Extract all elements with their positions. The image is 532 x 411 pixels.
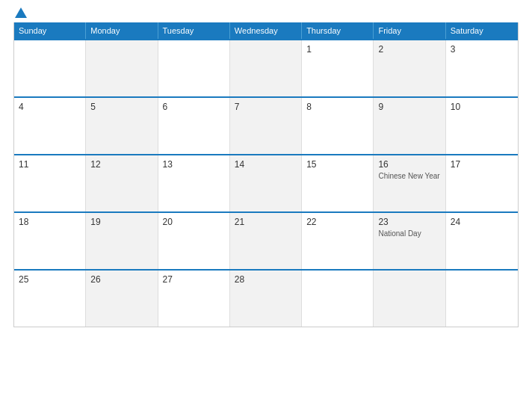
day-cell: 4 [14,98,86,154]
day-cell: 15 [302,155,374,211]
week-row-4: 181920212223National Day24 [14,211,518,269]
day-number: 3 [451,44,513,55]
day-cell: 5 [86,98,158,154]
day-number: 13 [163,159,225,170]
day-cell: 6 [158,98,230,154]
day-number: 15 [306,159,368,170]
day-number: 22 [306,217,368,227]
day-cell: 3 [446,40,518,96]
day-header-friday: Friday [374,22,445,39]
day-number: 7 [235,102,297,112]
day-cell: 28 [230,271,302,327]
day-header-tuesday: Tuesday [158,22,230,39]
day-cell: 27 [158,271,230,327]
week-row-1: 123 [14,39,518,96]
logo-triangle-icon [15,7,27,18]
day-cell [158,40,230,96]
day-cell: 25 [14,271,86,327]
calendar-body: 12345678910111213141516Chinese New Year1… [14,39,518,327]
header [0,0,532,22]
week-row-3: 111213141516Chinese New Year17 [14,154,518,211]
day-number: 9 [378,102,440,112]
day-number: 24 [451,217,513,227]
day-cell: 12 [86,155,158,211]
day-cell: 14 [230,155,302,211]
day-cell: 9 [374,98,445,154]
day-header-sunday: Sunday [14,22,86,39]
day-cell: 11 [14,155,86,211]
day-header-wednesday: Wednesday [230,22,302,39]
day-number: 2 [378,44,440,55]
day-number: 10 [451,102,513,112]
day-cell: 24 [446,213,518,269]
day-number: 26 [90,274,152,285]
day-header-saturday: Saturday [446,22,518,39]
day-cell [230,40,302,96]
logo [13,7,28,18]
day-cell: 7 [230,98,302,154]
day-headers: SundayMondayTuesdayWednesdayThursdayFrid… [14,22,518,39]
day-cell: 20 [158,213,230,269]
day-number: 11 [19,159,81,170]
day-cell [374,271,445,327]
day-header-monday: Monday [86,22,158,39]
day-number: 23 [378,217,440,227]
day-cell: 21 [230,213,302,269]
holiday-name: Chinese New Year [378,172,440,180]
day-cell: 18 [14,213,86,269]
calendar: SundayMondayTuesdayWednesdayThursdayFrid… [13,22,519,327]
day-number: 18 [19,217,81,227]
day-number: 6 [163,102,225,112]
day-number: 16 [378,159,440,170]
day-number: 27 [163,274,225,285]
day-cell: 17 [446,155,518,211]
week-row-2: 45678910 [14,96,518,154]
day-cell: 22 [302,213,374,269]
holiday-name: National Day [378,229,440,238]
day-header-thursday: Thursday [302,22,374,39]
day-cell [86,40,158,96]
day-number: 28 [235,274,297,285]
day-cell: 1 [302,40,374,96]
day-cell: 8 [302,98,374,154]
day-number: 19 [90,217,152,227]
calendar-page: SundayMondayTuesdayWednesdayThursdayFrid… [0,0,532,411]
day-number: 20 [163,217,225,227]
day-cell: 23National Day [374,213,445,269]
day-number: 25 [19,274,81,285]
day-number: 4 [19,102,81,112]
day-number: 8 [306,102,368,112]
day-number: 14 [235,159,297,170]
day-cell [446,271,518,327]
day-number: 21 [235,217,297,227]
day-cell: 2 [374,40,445,96]
day-number: 12 [90,159,152,170]
day-cell [14,40,86,96]
day-number: 17 [451,159,513,170]
day-cell [302,271,374,327]
day-cell: 10 [446,98,518,154]
day-cell: 13 [158,155,230,211]
week-row-5: 25262728 [14,269,518,327]
day-cell: 26 [86,271,158,327]
day-number: 1 [306,44,368,55]
day-cell: 19 [86,213,158,269]
day-number: 5 [90,102,152,112]
day-cell: 16Chinese New Year [374,155,445,211]
